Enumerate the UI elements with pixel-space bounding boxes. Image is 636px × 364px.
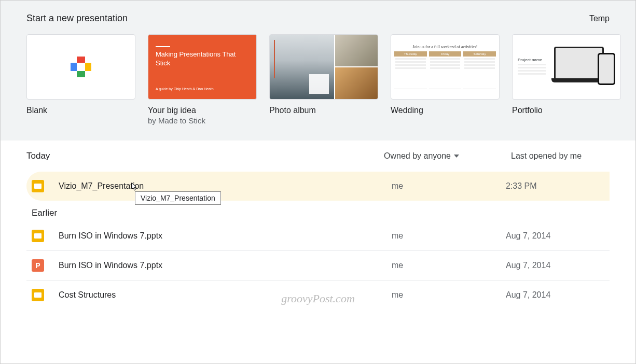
- template-photo-album-thumb[interactable]: [269, 34, 378, 100]
- chevron-down-icon: [454, 155, 459, 158]
- templates-row: Blank Making Presentations That Stick A …: [26, 34, 610, 125]
- portfolio-thumb-title: Project name: [518, 58, 549, 62]
- template-name: Blank: [26, 106, 135, 115]
- template-big-idea[interactable]: Making Presentations That Stick A guide …: [148, 34, 257, 125]
- powerpoint-icon: P: [32, 259, 44, 272]
- section-label-today: Today: [26, 151, 50, 161]
- template-subtitle: by Made to Stick: [148, 116, 257, 125]
- file-owner: me: [392, 261, 506, 270]
- file-owner: me: [392, 290, 506, 300]
- owner-filter-dropdown[interactable]: Owned by anyone: [384, 151, 459, 161]
- file-tooltip: Vizio_M7_Presentation: [135, 191, 221, 205]
- template-gallery-link[interactable]: Temp: [589, 14, 610, 23]
- file-date: Aug 7, 2014: [506, 261, 604, 270]
- file-owner: me: [392, 181, 506, 191]
- file-owner: me: [392, 231, 506, 241]
- file-name: Vizio_M7_Presentation: [59, 181, 392, 191]
- template-portfolio[interactable]: Project name Portfolio: [512, 34, 621, 125]
- devices-icon: [553, 44, 615, 90]
- template-photo-album[interactable]: Photo album: [269, 34, 378, 125]
- sort-column-header[interactable]: Last opened by me: [511, 151, 610, 161]
- template-big-idea-thumb[interactable]: Making Presentations That Stick A guide …: [148, 34, 257, 100]
- templates-title: Start a new presentation: [26, 13, 128, 24]
- file-date: Aug 7, 2014: [506, 290, 604, 300]
- templates-header: Start a new presentation Temp: [26, 13, 610, 24]
- file-row[interactable]: P Burn ISO in Windows 7.pptx me Aug 7, 2…: [26, 251, 610, 281]
- template-blank-thumb[interactable]: [26, 34, 135, 100]
- templates-section: Start a new presentation Temp Blank Maki…: [1, 1, 635, 141]
- files-header: Today Owned by anyone Last opened by me: [26, 151, 610, 161]
- big-idea-thumb-title: Making Presentations That Stick: [156, 50, 249, 68]
- file-row[interactable]: Cost Structures me Aug 7, 2014: [26, 281, 610, 310]
- template-name: Your big idea: [148, 106, 257, 115]
- template-name: Photo album: [269, 106, 378, 115]
- file-date: 2:33 PM: [506, 181, 604, 191]
- file-name: Burn ISO in Windows 7.pptx: [59, 231, 392, 241]
- template-blank[interactable]: Blank: [26, 34, 135, 125]
- file-name: Cost Structures: [59, 290, 392, 300]
- file-row[interactable]: Burn ISO in Windows 7.pptx me Aug 7, 201…: [26, 221, 610, 251]
- files-section: Today Owned by anyone Last opened by me …: [1, 141, 635, 310]
- file-date: Aug 7, 2014: [506, 231, 604, 241]
- wedding-thumb-header: Join us for a full weekend of activities…: [412, 45, 477, 49]
- template-portfolio-thumb[interactable]: Project name: [512, 34, 621, 100]
- slides-icon: [32, 289, 44, 301]
- file-row[interactable]: Vizio_M7_Presentation me 2:33 PM Vizio_M…: [26, 172, 610, 201]
- plus-icon: [71, 57, 91, 77]
- file-name: Burn ISO in Windows 7.pptx: [59, 261, 392, 270]
- template-wedding-thumb[interactable]: Join us for a full weekend of activities…: [391, 34, 500, 100]
- section-label-earlier: Earlier: [32, 208, 610, 218]
- template-wedding[interactable]: Join us for a full weekend of activities…: [391, 34, 500, 125]
- slides-icon: [32, 230, 44, 242]
- big-idea-thumb-sub: A guide by Chip Heath & Dan Heath: [156, 87, 214, 91]
- template-name: Portfolio: [512, 106, 621, 115]
- owner-filter-label: Owned by anyone: [384, 151, 451, 161]
- slides-icon: [32, 180, 44, 192]
- template-name: Wedding: [391, 106, 500, 115]
